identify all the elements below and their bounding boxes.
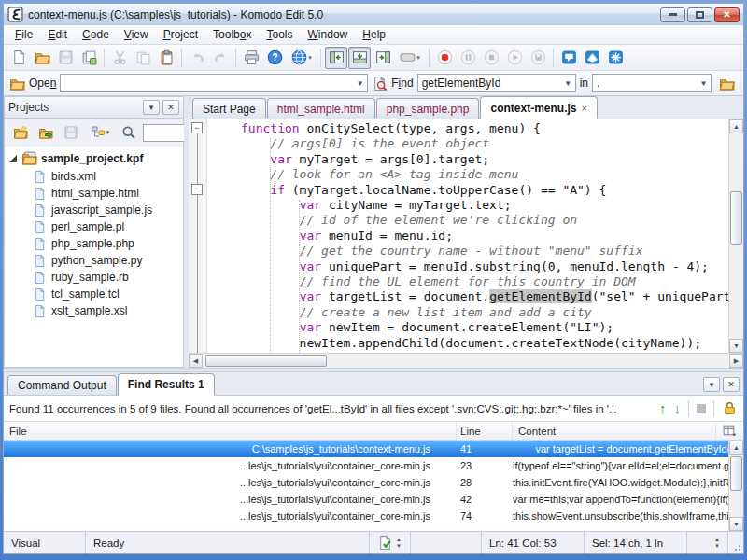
- menu-file[interactable]: File: [7, 26, 40, 43]
- syntax-status-button[interactable]: ▲▼: [370, 532, 411, 553]
- open-dropdown-icon[interactable]: ▼: [353, 75, 367, 91]
- result-row[interactable]: ...les\js_tutorials\yui\container_core-m…: [4, 474, 728, 491]
- pane-bottom-button[interactable]: [348, 47, 371, 69]
- macro-save-button[interactable]: [527, 47, 549, 69]
- komodo-web-button[interactable]: [581, 47, 603, 69]
- minimize-button[interactable]: [660, 7, 685, 22]
- bottom-tab-command-output[interactable]: Command Output: [7, 375, 117, 395]
- paste-button[interactable]: [155, 47, 177, 69]
- tree-item-python_sample.py[interactable]: python_sample.py: [5, 252, 183, 269]
- macro-play-button[interactable]: [503, 47, 526, 69]
- komodo-bubble-button[interactable]: [557, 47, 580, 69]
- menu-toolbox[interactable]: Toolbox: [205, 26, 259, 43]
- in-dropdown-icon[interactable]: ▼: [697, 75, 711, 91]
- macro-record-button[interactable]: [433, 47, 456, 69]
- tree-item-perl_sample.pl[interactable]: perl_sample.pl: [5, 218, 183, 235]
- column-picker-icon[interactable]: [716, 422, 743, 440]
- preview-button[interactable]: ▾: [395, 47, 425, 69]
- column-header-content[interactable]: Content: [513, 422, 716, 440]
- macro-stop-button[interactable]: [480, 47, 502, 69]
- editor-tab-php-sample-php[interactable]: php_sample.php: [376, 98, 480, 119]
- in-combobox[interactable]: . ▼: [592, 74, 712, 92]
- find-combobox[interactable]: getElementById ▼: [417, 74, 576, 92]
- tree-item-html_sample.html[interactable]: html_sample.html: [5, 185, 183, 202]
- bottom-panel-close-button[interactable]: ✕: [723, 377, 740, 392]
- browser-button[interactable]: ▾: [287, 47, 317, 69]
- result-row[interactable]: ...les\js_tutorials\yui\container_core-m…: [4, 457, 728, 474]
- fold-collapse-icon[interactable]: −: [191, 122, 203, 133]
- bottom-panel-menu-button[interactable]: ▾: [703, 377, 720, 392]
- save-all-button[interactable]: [78, 47, 100, 69]
- menu-view[interactable]: View: [117, 26, 156, 43]
- projects-menu-button[interactable]: ▾: [143, 100, 160, 115]
- pane-left-button[interactable]: [325, 47, 347, 69]
- scroll-down-icon[interactable]: ▼: [729, 339, 743, 353]
- folder-new-button[interactable]: [9, 121, 32, 144]
- scroll-thumb[interactable]: [730, 191, 742, 245]
- project-root-item[interactable]: sample_project.kpf: [5, 148, 183, 168]
- browse-directory-button[interactable]: [715, 72, 738, 94]
- editor-tab-context-menu-js[interactable]: context-menu.js×: [480, 96, 597, 119]
- bottom-tab-find-results-1[interactable]: Find Results 1: [118, 373, 215, 396]
- dropdown-icon[interactable]: ▾: [106, 129, 110, 136]
- stop-search-button[interactable]: [697, 404, 706, 413]
- result-row[interactable]: ...les\js_tutorials\yui\container_core-m…: [4, 508, 728, 525]
- result-row[interactable]: ...les\js_tutorials\yui\container_core-m…: [4, 491, 728, 508]
- project-view-button[interactable]: ▾: [85, 121, 115, 144]
- pane-right-button[interactable]: [372, 47, 394, 69]
- projects-close-button[interactable]: ✕: [162, 100, 179, 115]
- editor-tab-start-page[interactable]: Start Page: [192, 98, 266, 119]
- open-folder-button[interactable]: [31, 47, 53, 69]
- komodo-tools-button[interactable]: [604, 47, 627, 69]
- scroll-thumb[interactable]: [730, 456, 742, 491]
- macro-pause-button[interactable]: [457, 47, 479, 69]
- results-vertical-scrollbar[interactable]: ▲ ▼: [728, 441, 743, 531]
- scroll-down-icon[interactable]: ▼: [729, 517, 743, 531]
- fold-collapse-icon[interactable]: −: [191, 184, 203, 195]
- tree-item-birds.xml[interactable]: birds.xml: [5, 168, 183, 185]
- open-combobox[interactable]: ▼: [60, 74, 368, 92]
- save-button[interactable]: [54, 47, 77, 69]
- tree-item-php_sample.php[interactable]: php_sample.php: [5, 235, 183, 252]
- find-dropdown-icon[interactable]: ▼: [561, 75, 575, 91]
- redo-button[interactable]: [209, 47, 232, 69]
- tree-item-javascript_sample.js[interactable]: javascript_sample.js: [5, 202, 183, 218]
- resize-grip[interactable]: [728, 532, 743, 553]
- dropdown-icon[interactable]: ▾: [308, 54, 312, 62]
- copy-button[interactable]: [132, 47, 154, 69]
- fold-margin[interactable]: −−: [189, 119, 207, 353]
- menu-tools[interactable]: Tools: [259, 26, 300, 43]
- tree-item-ruby_sample.rb[interactable]: ruby_sample.rb: [5, 269, 183, 286]
- result-row[interactable]: C:\samples\js_tutorials\context-menu.js4…: [4, 441, 728, 457]
- lock-results-button[interactable]: [722, 400, 738, 416]
- previous-result-button[interactable]: ↑: [659, 401, 667, 415]
- scroll-left-icon[interactable]: ◀: [189, 354, 203, 368]
- scroll-up-icon[interactable]: ▲: [729, 119, 743, 133]
- close-button[interactable]: ✕: [714, 7, 740, 22]
- tab-close-icon[interactable]: ×: [581, 103, 586, 114]
- menu-help[interactable]: Help: [355, 26, 393, 43]
- undo-button[interactable]: [186, 47, 208, 69]
- new-file-button[interactable]: [7, 47, 30, 69]
- help-button[interactable]: ?: [263, 47, 286, 69]
- code-editor[interactable]: function onCitySelect(type, args, menu) …: [207, 119, 728, 353]
- column-header-line[interactable]: Line: [457, 422, 513, 440]
- column-header-file[interactable]: File: [4, 422, 457, 440]
- maximize-button[interactable]: [687, 7, 712, 22]
- tree-item-tcl_sample.tcl[interactable]: tcl_sample.tcl: [5, 286, 183, 302]
- menu-code[interactable]: Code: [75, 26, 117, 43]
- menu-edit[interactable]: Edit: [40, 26, 75, 43]
- save-button[interactable]: [60, 121, 82, 144]
- menu-project[interactable]: Project: [156, 26, 205, 43]
- menu-window[interactable]: Window: [301, 26, 356, 43]
- dropdown-icon[interactable]: ▾: [416, 54, 420, 62]
- status-spinner[interactable]: ▲▼: [687, 532, 728, 553]
- next-result-button[interactable]: ↓: [674, 401, 682, 415]
- editor-tab-html-sample-html[interactable]: html_sample.html: [267, 98, 375, 119]
- scroll-right-icon[interactable]: ▶: [729, 354, 743, 368]
- editor-vertical-scrollbar[interactable]: ▲ ▼: [728, 119, 743, 353]
- editor-horizontal-scrollbar[interactable]: ◀ ▶: [189, 353, 743, 368]
- tree-item-xslt_sample.xsl[interactable]: xslt_sample.xsl: [5, 302, 183, 319]
- folder-import-button[interactable]: [35, 121, 57, 144]
- cut-button[interactable]: [108, 47, 131, 69]
